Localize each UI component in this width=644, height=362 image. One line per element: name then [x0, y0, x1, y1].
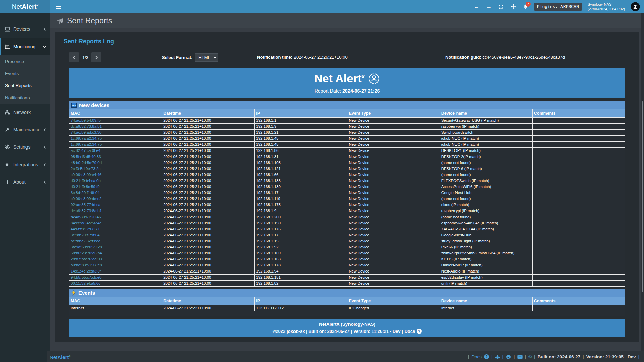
mac-link[interactable]: d0:21:f9:b4:ca:0b — [71, 179, 101, 183]
sidebar-item-network[interactable]: Network — [0, 104, 50, 121]
mac-cell[interactable]: 44:6f:f8:12:68:71 — [69, 226, 162, 232]
mac-cell[interactable]: 92:ac:85:77:fd:ca — [69, 202, 162, 208]
sidebar-item-events[interactable]: Events — [0, 67, 50, 79]
events-table: MACDatetimeIPEvent TypeDevice nameCommen… — [69, 297, 625, 316]
mac-cell[interactable]: 58:b6:23:70:d6:b4 — [69, 250, 162, 256]
mac-link[interactable]: 14:c1:4e:2e:a3:3f — [71, 269, 101, 273]
mac-cell[interactable]: 00:11:32:ef:a5:6c — [69, 281, 162, 287]
question-circle-icon[interactable]: ? — [417, 329, 422, 334]
ip-cell: 192.168.1.139 — [255, 184, 347, 190]
sidebar-item-integrations[interactable]: Integrations — [0, 156, 50, 173]
envelope-icon[interactable] — [517, 355, 523, 359]
plug-icon — [5, 162, 10, 167]
mac-cell[interactable]: b0:be:83:51:77:e8 — [69, 262, 162, 268]
mac-link[interactable]: 44:6f:f8:12:68:71 — [71, 227, 100, 231]
mac-cell[interactable]: 84:cc:a8:4a:56:4c — [69, 220, 162, 226]
user-avatar[interactable] — [631, 2, 640, 11]
mac-cell[interactable]: 28:87:ba:76:ed:03 — [69, 256, 162, 262]
mac-link[interactable]: c0:06:c3:09:e4:46 — [71, 173, 101, 177]
mac-link[interactable]: dc:a6:32:73:8a:b1 — [71, 124, 102, 128]
mac-link[interactable]: 74:ac:b9:ad:c3:30 — [71, 130, 101, 134]
sidebar-item-sent-reports[interactable]: Sent Reports — [0, 79, 50, 92]
mac-link[interactable]: 2c:f0:5d:9e:73:2c — [71, 167, 100, 171]
mac-cell[interactable]: 2c:f0:5d:9e:73:2c — [69, 166, 162, 172]
sidebar-item-maintenance[interactable]: Maintenance — [0, 121, 50, 138]
ip-cell: 192.168.1.150 — [255, 220, 347, 226]
table-row: ac:82:47:ca:0f:e42024-06-27 21:25:21+10:… — [69, 148, 625, 154]
mac-link[interactable]: 94:b5:55:c7:cb:e0 — [71, 275, 101, 279]
footer-brand[interactable]: NetAlertx — [50, 354, 71, 360]
forward-arrow-icon[interactable]: → — [486, 0, 492, 13]
mac-cell[interactable]: 94:b5:55:c7:cb:e0 — [69, 275, 162, 281]
mac-link[interactable]: f4:4d:30:61:20:46 — [71, 215, 101, 219]
sidebar-item-settings[interactable]: Settings — [0, 138, 50, 156]
next-page-button[interactable] — [91, 52, 101, 62]
docs-link[interactable]: Docs — [471, 354, 482, 359]
sidebar-item-about[interactable]: i About — [0, 173, 50, 191]
mac-cell[interactable]: 14:c1:4e:2e:a3:3f — [69, 268, 162, 275]
table-row: c0:06:c3:09:de:e22024-06-27 21:25:21+10:… — [69, 196, 625, 202]
scrollbar-thumb[interactable] — [642, 101, 643, 292]
mac-link[interactable]: 3a:9d:69:e0:29:28 — [71, 245, 102, 249]
mac-cell[interactable]: f4:4d:30:61:20:46 — [69, 214, 162, 220]
mac-cell[interactable]: c0:06:c3:09:de:e2 — [69, 196, 162, 202]
sidebar-item-notifications[interactable]: Notifications — [0, 92, 50, 104]
sidebar-item-presence[interactable]: Presence — [0, 55, 50, 67]
mac-link[interactable]: bc:dd:c2:32:f9:ee — [71, 239, 100, 243]
mac-cell[interactable]: 3c:8d:20:f1:9f:04 — [69, 190, 162, 196]
sidebar-toggle-button[interactable] — [50, 0, 66, 13]
mac-cell[interactable]: 3c:8d:20:f1:9f:04 — [69, 232, 162, 238]
mac-link[interactable]: 98:5f:d3:d5:40:33 — [71, 155, 101, 159]
github-icon[interactable] — [506, 354, 511, 359]
mac-cell[interactable]: 1c:69:7a:a2:34:7b — [69, 136, 162, 142]
sidebar-item-monitoring[interactable]: Monitoring — [0, 38, 50, 55]
mac-cell[interactable]: 98:5f:d3:d5:40:33 — [69, 154, 162, 160]
mac-cell[interactable]: d0:21:f9:b4:ca:0b — [69, 178, 162, 184]
move-icon[interactable] — [511, 4, 517, 10]
refresh-icon[interactable] — [498, 4, 505, 10]
question-circle-icon[interactable]: ? — [484, 354, 489, 359]
new-devices-table: MACDatetimeIPEvent TypeDevice nameCommen… — [69, 109, 625, 287]
mac-link[interactable]: c0:06:c3:09:de:e2 — [71, 197, 101, 201]
mac-link[interactable]: dc:a6:32:73:8a:b1 — [71, 209, 102, 213]
mac-link[interactable]: 28:87:ba:76:ed:03 — [71, 257, 102, 261]
mac-link[interactable]: 1c:69:7a:a2:34:7b — [71, 142, 102, 146]
mac-link[interactable]: 58:b6:23:70:d6:b4 — [71, 251, 102, 255]
mac-cell[interactable]: dc:a6:32:73:8a:b1 — [69, 124, 162, 130]
app-logo[interactable]: NetAlertx — [0, 0, 50, 13]
prev-page-button[interactable] — [69, 52, 79, 62]
mac-link[interactable]: 1c:69:7a:a2:34:7b — [71, 136, 102, 140]
mac-link[interactable]: 00:11:32:ef:a5:6c — [71, 281, 100, 285]
mac-cell[interactable]: ac:82:47:ca:0f:e4 — [69, 148, 162, 154]
mac-cell[interactable]: bc:dd:c2:32:f9:ee — [69, 238, 162, 244]
mac-cell[interactable]: 74:ac:b9:54:09:fb — [69, 118, 162, 124]
mac-cell[interactable]: 1c:69:7a:a2:34:7b — [69, 142, 162, 148]
mac-link[interactable]: 3c:8d:20:f1:9f:04 — [71, 191, 100, 195]
event-type-cell: New Device — [347, 130, 440, 136]
plugins-status-badge[interactable]: Plugins: ARPSCAN — [534, 3, 582, 11]
mac-cell[interactable]: 74:ac:b9:ad:c3:30 — [69, 130, 162, 136]
mac-link[interactable]: 84:cc:a8:4a:56:4c — [71, 221, 101, 225]
mac-cell[interactable]: d0:21:f9:8c:59:f9 — [69, 184, 162, 190]
mac-link[interactable]: 74:ac:b9:54:09:fb — [71, 118, 101, 122]
mac-link[interactable]: 48:b0:2d:5c:79:0d — [71, 161, 102, 165]
mac-link[interactable]: 92:ac:85:77:fd:ca — [71, 203, 100, 207]
page-scrollbar[interactable] — [641, 13, 644, 351]
mac-cell[interactable]: 48:b0:2d:5c:79:0d — [69, 160, 162, 166]
mac-link[interactable]: 3c:8d:20:f1:9f:04 — [71, 233, 100, 237]
mac-cell[interactable]: c0:06:c3:09:e4:46 — [69, 172, 162, 178]
host-info: Synology-NAS (27/06/2024, 21:41:02) — [588, 2, 625, 12]
datetime-cell: 2024-06-27 21:25:21+10:00 — [162, 196, 255, 202]
sidebar-item-devices[interactable]: Devices — [0, 20, 50, 38]
bug-icon[interactable] — [495, 354, 500, 359]
format-select[interactable]: HTML — [195, 53, 218, 62]
mac-link[interactable]: ac:82:47:ca:0f:e4 — [71, 148, 100, 153]
copyright-symbol[interactable]: © — [528, 354, 532, 359]
mac-cell[interactable]: 3a:9d:69:e0:29:28 — [69, 244, 162, 250]
back-arrow-icon[interactable]: ← — [473, 0, 480, 13]
mac-cell[interactable]: dc:a6:32:73:8a:b1 — [69, 208, 162, 214]
mac-link[interactable]: d0:21:f9:8c:59:f9 — [71, 185, 100, 189]
mac-link[interactable]: b0:be:83:51:77:e8 — [71, 263, 102, 267]
ip-cell: 192.168.1.45 — [255, 136, 347, 142]
notifications-bell[interactable]: 7 — [523, 4, 528, 10]
